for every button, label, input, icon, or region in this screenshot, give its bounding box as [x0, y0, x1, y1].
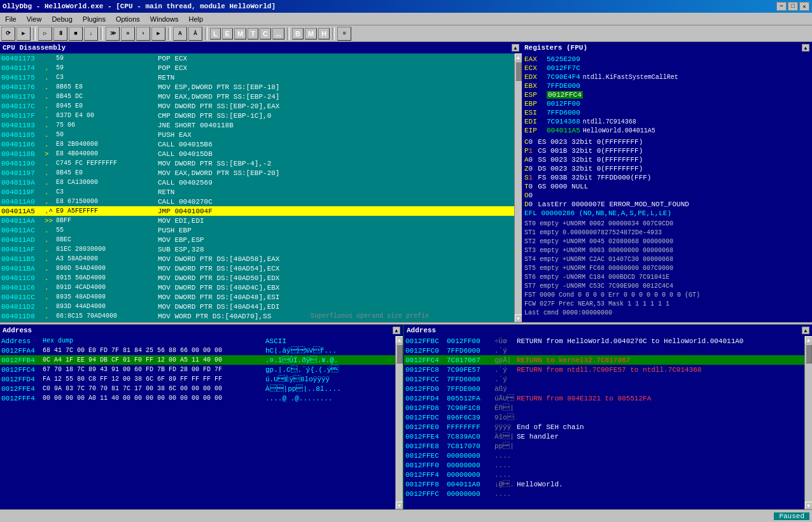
- menu-file[interactable]: File: [0, 14, 22, 24]
- stack-scrollbar[interactable]: ▲ ▼: [804, 336, 812, 509]
- tb-trace2[interactable]: »: [121, 27, 135, 41]
- cpu-row[interactable]: 00401185.50PUSH EAX: [0, 130, 514, 139]
- hex-row[interactable]: 0012FFE4C0 9A 83 7C 70 70 81 7C 17 00 38…: [0, 384, 395, 393]
- menu-plugins[interactable]: Plugins: [78, 14, 111, 24]
- hex-scrollbar-thumb[interactable]: [396, 344, 403, 363]
- cpu-row[interactable]: 00401176.8B65 E8MOV ESP,DWORD PTR SS:[EB…: [0, 82, 514, 92]
- cpu-row[interactable]: 004011C0.8915 50AD4000MOV DWORD PTR DS:[…: [0, 273, 514, 283]
- menu-debug[interactable]: Debug: [46, 14, 77, 24]
- cpu-row[interactable]: 0040117C.8945 E0MOV DWORD PTR SS:[EBP-20…: [0, 101, 514, 111]
- cpu-row[interactable]: 004011D8.66:8C15 70AD4000MOV WORD PTR DS…: [0, 311, 514, 321]
- stack-row[interactable]: 0012FFFC00000000....: [404, 489, 804, 498]
- stack-row[interactable]: 0012FFD87C90F1C8Éñ|: [404, 403, 804, 413]
- top-panels: CPU Disassembly ▲ 00401173 59POP ECX0040…: [0, 42, 812, 322]
- cpu-row[interactable]: 00401197.8B45 E0MOV EAX,DWORD PTR SS:[EB…: [0, 168, 514, 178]
- hex-row[interactable]: 0012FFD4FA 12 55 80 C8 FF 12 00 38 6C 6F…: [0, 374, 395, 384]
- cpu-scrollbar-thumb[interactable]: [515, 62, 522, 81]
- register-row: EDX7C90E4F4ntdll.KiFastSystemCallRet: [522, 73, 812, 81]
- tb-asm2[interactable]: Â: [188, 27, 202, 41]
- cpu-row[interactable]: 004011D2.893D 44AD4000MOV DWORD PTR DS:[…: [0, 302, 514, 311]
- stack-row[interactable]: 0012FFD07FFDE000àßý: [404, 384, 804, 393]
- maximize-button[interactable]: □: [788, 2, 798, 11]
- tb-E[interactable]: E: [222, 28, 233, 39]
- stack-scrollbar-thumb[interactable]: [806, 344, 812, 363]
- cpu-row[interactable]: 0040118B>E8 4B040000CALL 004015DB: [0, 149, 514, 159]
- tb-B[interactable]: B: [292, 28, 304, 39]
- cpu-row[interactable]: 004011C6.891D 4CAD4000MOV DWORD PTR DS:[…: [0, 283, 514, 292]
- cpu-row[interactable]: 004011B5.A3 58AD4000MOV DWORD PTR DS:[40…: [0, 254, 514, 264]
- stack-row[interactable]: 0012FFF8004011A0¡@.HelloWorld.: [404, 479, 804, 489]
- stack-row[interactable]: 0012FFF400000000....: [404, 470, 804, 479]
- cpu-scrollbar[interactable]: ▲ ▼: [514, 53, 522, 322]
- tb-T[interactable]: T: [248, 28, 258, 39]
- cpu-row[interactable]: 004011AA>>8BFFMOV EDI,EDI: [0, 216, 514, 225]
- cpu-row[interactable]: 00401174.59POP ECX: [0, 63, 514, 73]
- menu-options[interactable]: Options: [111, 14, 145, 24]
- stack-row[interactable]: 0012FFC87C90FE57.´ýRETURN from ntdll.7C…: [404, 365, 804, 374]
- flag-row: O 0: [522, 191, 812, 200]
- cpu-row[interactable]: 00401175.C3RETN: [0, 73, 514, 82]
- register-row: EBP0012FF00: [522, 99, 812, 108]
- registers-content: EAX5625E209ECX0012FF7CEDX7C90E4F4ntdll.K…: [522, 53, 812, 322]
- hex-scrollbar[interactable]: ▲ ▼: [395, 336, 403, 509]
- hex-row[interactable]: 0012FFA468 41 7C 00 E0 FD 7F 81 84 25 56…: [0, 346, 395, 355]
- hex-scroll-up[interactable]: ▲: [393, 327, 400, 334]
- cpu-row[interactable]: 004011AF.81EC 28030000SUB ESP,328: [0, 244, 514, 254]
- register-row: ECX0012FF7C: [522, 64, 812, 73]
- stack-row[interactable]: 0012FFCC7FFD6000.´ý: [404, 374, 804, 384]
- cpu-row[interactable]: 004011BA.890D 54AD4000MOV DWORD PTR DS:[…: [0, 264, 514, 273]
- stack-row[interactable]: 0012FFD4805512FAúÅURETURN from 804E1321…: [404, 393, 804, 403]
- tb-trace3[interactable]: ›: [136, 27, 150, 41]
- cpu-row[interactable]: 004011CC.8935 48AD4000MOV DWORD PTR DS:[…: [0, 292, 514, 302]
- hex-row[interactable]: 0012FFF400 00 00 00 A0 11 40 00 00 00 00…: [0, 393, 395, 403]
- tb-dots[interactable]: ...: [272, 28, 284, 39]
- stack-row[interactable]: 0012FFC07FFD6000.´ý: [404, 346, 804, 355]
- tb-Mw[interactable]: M: [305, 28, 317, 39]
- stack-row[interactable]: 0012FFDC896F6C399lo: [404, 413, 804, 422]
- tb-trace4[interactable]: ▶: [151, 27, 165, 41]
- tb-run[interactable]: ▷: [38, 27, 52, 41]
- menu-view[interactable]: View: [22, 14, 47, 24]
- tb-C[interactable]: C: [260, 28, 271, 39]
- cpu-row[interactable]: 0040117F.837D E4 00CMP DWORD PTR SS:[EBP…: [0, 111, 514, 120]
- cpu-row[interactable]: 004011A5.^E9 A5FEFFFFJMP 00401004F: [0, 206, 514, 216]
- cpu-row[interactable]: 00401179.8B45 DCMOV EAX,DWORD PTR SS:[EB…: [0, 92, 514, 101]
- cpu-row[interactable]: 00401186.E8 2B040000CALL 004015B6: [0, 139, 514, 149]
- menu-windows[interactable]: Windows: [145, 14, 184, 24]
- cpu-row[interactable]: 00401173 59POP ECX: [0, 53, 514, 63]
- reg-scroll-up[interactable]: ▲: [802, 44, 809, 52]
- minimize-button[interactable]: −: [776, 2, 787, 11]
- tb-M[interactable]: M: [234, 28, 246, 39]
- cpu-row[interactable]: 0040119A.E8 CA130000CALL 00402569: [0, 178, 514, 187]
- close-button[interactable]: ✕: [799, 2, 809, 11]
- stack-row[interactable]: 0012FFEC00000000....: [404, 451, 804, 460]
- tb-L[interactable]: L: [210, 28, 221, 39]
- stack-row[interactable]: 0012FFF000000000....: [404, 460, 804, 470]
- stack-row[interactable]: 0012FFE0FFFFFFFFÿÿÿÿEnd of SEH chain: [404, 422, 804, 432]
- cpu-row[interactable]: 004011AD.8BECMOV EBP,ESP: [0, 235, 514, 244]
- tb-stop[interactable]: ■: [69, 27, 83, 41]
- cpu-row[interactable]: 00401190.C745 FC FEFFFFFFMOV DWORD PTR S…: [0, 159, 514, 168]
- stack-row[interactable]: 0012FFE47C839AC0Àš|SE handler: [404, 432, 804, 441]
- stack-row[interactable]: 0012FFBC0012FF00÷ÜøRETURN from HelloWorl…: [404, 336, 804, 346]
- cpu-scroll-up[interactable]: ▲: [512, 44, 519, 52]
- cpu-row[interactable]: 0040119F.C3RETN: [0, 187, 514, 197]
- tb-open[interactable]: ▶: [17, 27, 31, 41]
- menu-help[interactable]: Help: [183, 14, 208, 24]
- tb-stepinto[interactable]: ↓: [84, 27, 98, 41]
- cpu-row[interactable]: 00401183.75 06JNE SHORT 0040118B: [0, 120, 514, 130]
- tb-asm[interactable]: A: [173, 27, 187, 41]
- stack-scroll-up[interactable]: ▲: [802, 327, 809, 334]
- stack-row[interactable]: 0012FFC47C817067gpÅ|RETURN to kernel32.7…: [404, 355, 804, 365]
- hex-row[interactable]: 0012FFB40C A4 1F EE 94 DB CF 01 F0 FF 12…: [0, 355, 395, 365]
- register-row: EDI7C914368ntdll.7C914368: [522, 117, 812, 126]
- tb-restart[interactable]: ⟳: [1, 27, 15, 41]
- tb-pause[interactable]: ⏸: [53, 27, 67, 41]
- hex-row[interactable]: 0012FFC467 70 18 7C 89 43 91 00 60 FD 7B…: [0, 365, 395, 374]
- tb-options[interactable]: ≡: [337, 27, 351, 41]
- stack-row[interactable]: 0012FFE87C817070pp|: [404, 441, 804, 451]
- cpu-row[interactable]: 004011AC.55PUSH EBP: [0, 225, 514, 235]
- tb-trace1[interactable]: ≫: [106, 27, 120, 41]
- tb-H[interactable]: H: [318, 28, 330, 39]
- cpu-row[interactable]: 004011A0.E8 67150000CALL 0040270C: [0, 197, 514, 206]
